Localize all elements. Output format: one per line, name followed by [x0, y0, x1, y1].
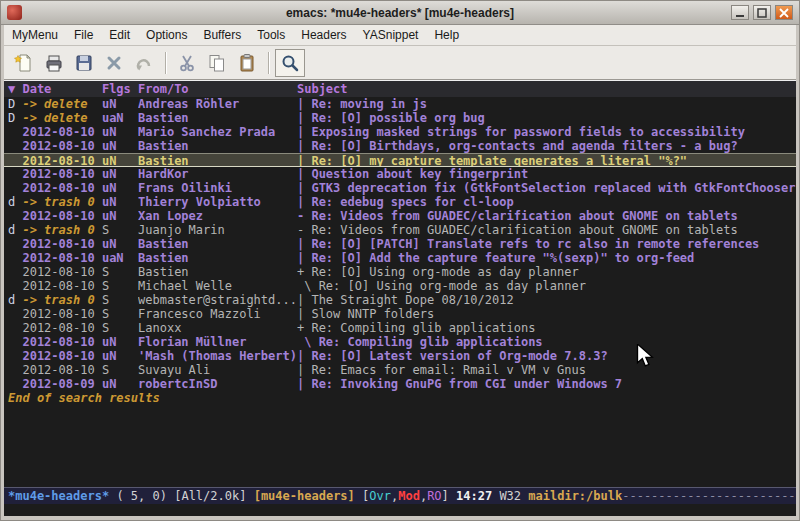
message-flags: S [102, 293, 138, 307]
message-subject: | The Straight Dope 08/10/2012 [297, 293, 796, 307]
mode-line-segment: , [391, 488, 398, 504]
message-row[interactable]: 2012-08-10SLanoxx+ Re: Compiling glib ap… [4, 321, 796, 335]
column-header-from[interactable]: From/To [138, 81, 297, 97]
mode-line-segment [246, 488, 253, 504]
save-icon [74, 53, 94, 73]
message-flags: uaN [102, 111, 138, 125]
print-icon [44, 53, 64, 73]
message-row[interactable]: d-> trash 0uNThierry Volpiatto| Re: edeb… [4, 195, 796, 209]
message-row[interactable]: 2012-08-10uN'Mash (Thomas Herbert)| Re: … [4, 349, 796, 363]
mode-line[interactable]: *mu4e-headers* ( 5, 0) [All/2.0k] [mu4e-… [4, 487, 796, 504]
thread-prefix [8, 139, 22, 153]
message-from: Xan Lopez [138, 209, 297, 223]
message-date: 2012-08-10 [22, 181, 101, 195]
menu-item-tools[interactable]: Tools [249, 26, 293, 44]
message-flags: uN [102, 181, 138, 195]
column-header-subject[interactable]: Subject [297, 81, 796, 97]
message-subject: | Re: [O] Add the capture feature "%(sex… [297, 251, 796, 265]
message-row[interactable]: 2012-08-10uNHardKor| Question about key … [4, 167, 796, 181]
message-row[interactable]: D-> deleteuaNBastien| Re: [O] possible o… [4, 111, 796, 125]
message-row[interactable]: 2012-08-09uNrobertcInSD| Re: Invoking Gn… [4, 377, 796, 391]
column-header-flags[interactable]: Flgs [102, 81, 138, 97]
column-header-date[interactable]: ▼ Date [8, 81, 102, 97]
thread-prefix [8, 307, 22, 321]
close-buffer-button[interactable] [99, 49, 129, 77]
message-row[interactable]: 2012-08-10uNBastien| Re: [O] Birthdays, … [4, 139, 796, 153]
message-row[interactable]: 2012-08-10uNFrans Oilinki| GTK3 deprecat… [4, 181, 796, 195]
mark-label: -> delete [22, 111, 101, 125]
menu-item-help[interactable]: Help [426, 26, 467, 44]
message-row[interactable]: d-> trash 0Swebmaster@straightd...| The … [4, 293, 796, 307]
message-flags: uN [102, 349, 138, 363]
message-row[interactable]: 2012-08-10uNBastien| Re: [O] my capture … [4, 153, 796, 167]
mode-line-segment: RO [427, 488, 441, 504]
message-row[interactable]: d-> trash 0SJuanjo Marin- Re: Videos fro… [4, 223, 796, 237]
message-subject: + Re: [O] Using org-mode as day planner [297, 265, 796, 279]
message-flags: uN [102, 97, 138, 111]
copy-icon [207, 53, 227, 73]
message-row[interactable]: 2012-08-10uNMario Sanchez Prada| Exposin… [4, 125, 796, 139]
menu-item-buffers[interactable]: Buffers [195, 26, 249, 44]
save-button[interactable] [69, 49, 99, 77]
message-subject: | Re: [O] Latest version of Org-mode 7.8… [297, 349, 796, 363]
message-from: Lanoxx [138, 321, 297, 335]
mu4e-headers-buffer: ▼ Date Flgs From/To Subject D-> deleteuN… [4, 80, 796, 487]
message-from: Suvayu Ali [138, 363, 297, 377]
message-from: Bastien [138, 139, 297, 153]
message-row[interactable]: D-> deleteuNAndreas Röhler| Re: moving i… [4, 97, 796, 111]
message-from: 'Mash (Thomas Herbert) [138, 349, 297, 363]
thread-prefix [8, 321, 22, 335]
menu-item-options[interactable]: Options [138, 26, 195, 44]
message-row[interactable]: 2012-08-10SSuvayu Ali| Re: Emacs for ema… [4, 363, 796, 377]
maximize-button[interactable] [753, 5, 771, 20]
message-row[interactable]: 2012-08-10SBastien+ Re: [O] Using org-mo… [4, 265, 796, 279]
copy-button[interactable] [202, 49, 232, 77]
message-row[interactable]: 2012-08-10uNFlorian Müllner \ Re: Compil… [4, 335, 796, 349]
close-button[interactable] [775, 5, 793, 20]
message-from: Bastien [138, 154, 297, 166]
message-subject: - Re: Videos from GUADEC/clarification a… [297, 223, 796, 237]
mode-line-segment: , [420, 488, 427, 504]
thread-prefix [8, 209, 22, 223]
mark-label: -> trash 0 [22, 195, 101, 209]
minimize-button[interactable] [731, 5, 749, 20]
message-row[interactable]: 2012-08-10uNBastien| Re: [O] [PATCH] Tra… [4, 237, 796, 251]
message-date: 2012-08-10 [22, 154, 101, 166]
mode-line-segment: 14:27 [456, 488, 492, 504]
close-buffer-icon [104, 53, 124, 73]
paste-button[interactable] [232, 49, 262, 77]
message-flags: uN [102, 167, 138, 181]
message-row[interactable]: 2012-08-10uaNBastien| Re: [O] Add the ca… [4, 251, 796, 265]
emacs-icon [7, 5, 22, 20]
menu-item-yasnippet[interactable]: YASnippet [355, 26, 427, 44]
cut-button[interactable] [172, 49, 202, 77]
thread-prefix [8, 377, 22, 391]
message-row[interactable]: 2012-08-10SFrancesco Mazzoli| Slow NNTP … [4, 307, 796, 321]
message-subject: - Re: Videos from GUADEC/clarification a… [297, 209, 796, 223]
title-bar[interactable]: emacs: *mu4e-headers* [mu4e-headers] [1, 1, 799, 25]
message-flags: uN [102, 209, 138, 223]
echo-area[interactable] [4, 504, 796, 516]
mode-line-segment: maildir:/bulk [528, 488, 622, 504]
message-date: 2012-08-10 [22, 363, 101, 377]
menu-item-mymenu[interactable]: MyMenu [4, 26, 66, 44]
new-file-button[interactable] [9, 49, 39, 77]
thread-prefix: D [8, 111, 22, 125]
message-from: webmaster@straightd... [138, 293, 297, 307]
print-button[interactable] [39, 49, 69, 77]
message-flags: uN [102, 154, 138, 166]
message-flags: uN [102, 335, 138, 349]
mode-line-segment: W32 [492, 488, 528, 504]
thread-prefix [8, 363, 22, 377]
message-from: Michael Welle [138, 279, 297, 293]
message-from: Mario Sanchez Prada [138, 125, 297, 139]
message-flags: S [102, 321, 138, 335]
message-date: 2012-08-10 [22, 265, 101, 279]
menu-item-headers[interactable]: Headers [293, 26, 354, 44]
menu-item-file[interactable]: File [66, 26, 101, 44]
undo-button[interactable] [129, 49, 159, 77]
search-button[interactable] [275, 49, 305, 77]
message-row[interactable]: 2012-08-10uNXan Lopez- Re: Videos from G… [4, 209, 796, 223]
message-row[interactable]: 2012-08-10SMichael Welle \ Re: [O] Using… [4, 279, 796, 293]
menu-item-edit[interactable]: Edit [101, 26, 138, 44]
